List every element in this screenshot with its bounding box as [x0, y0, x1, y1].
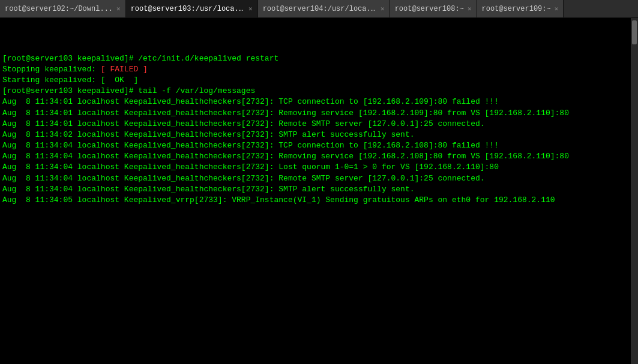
tab-bar: root@server102:~/Downl...✕root@server103… — [0, 0, 638, 18]
tab-close-tab3[interactable]: ✕ — [381, 5, 385, 13]
terminal-line: Starting keepalived: [ OK ] — [2, 75, 628, 86]
scrollbar-thumb[interactable] — [632, 20, 637, 44]
tab-tab2[interactable]: root@server103:/usr/loca...✕ — [126, 0, 258, 17]
terminal-line: Aug 8 11:34:01 localhost Keepalived_heal… — [2, 97, 628, 107]
tab-tab1[interactable]: root@server102:~/Downl...✕ — [0, 0, 126, 17]
terminal-line: [root@server103 keepalived]# tail -f /va… — [2, 86, 628, 97]
terminal-line: Aug 8 11:34:04 localhost Keepalived_heal… — [2, 151, 628, 162]
terminal-line: Aug 8 11:34:04 localhost Keepalived_heal… — [2, 173, 628, 184]
terminal-line: Aug 8 11:34:01 localhost Keepalived_heal… — [2, 119, 628, 130]
terminal-line: Aug 8 11:34:01 localhost Keepalived_heal… — [2, 108, 628, 119]
terminal-line: Aug 8 11:34:04 localhost Keepalived_heal… — [2, 184, 628, 195]
tab-close-tab5[interactable]: ✕ — [555, 5, 559, 13]
terminal-line: Stopping keepalived: [ FAILED ] — [2, 64, 628, 75]
tab-label-tab5: root@server109:~ — [482, 5, 551, 13]
tab-label-tab1: root@server102:~/Downl... — [5, 5, 113, 13]
tab-label-tab4: root@server108:~ — [395, 5, 464, 13]
tab-label-tab2: root@server103:/usr/loca... — [131, 5, 245, 13]
tab-close-tab4[interactable]: ✕ — [468, 5, 472, 13]
scrollbar-track[interactable] — [631, 18, 638, 364]
terminal-line: Aug 8 11:34:05 localhost Keepalived_vrrp… — [2, 195, 628, 206]
terminal-line: Aug 8 11:34:04 localhost Keepalived_heal… — [2, 162, 628, 173]
terminal-content[interactable]: [root@server103 keepalived]# /etc/init.d… — [0, 18, 631, 364]
terminal-wrapper: [root@server103 keepalived]# /etc/init.d… — [0, 18, 638, 364]
tab-tab5[interactable]: root@server109:~✕ — [477, 0, 564, 17]
tab-tab3[interactable]: root@server104:/usr/loca...✕ — [258, 0, 390, 17]
terminal-line: Aug 8 11:34:04 localhost Keepalived_heal… — [2, 140, 628, 151]
tab-label-tab3: root@server104:/usr/loca... — [263, 5, 377, 13]
tab-close-tab1[interactable]: ✕ — [116, 5, 121, 13]
terminal-line: Aug 8 11:34:02 localhost Keepalived_heal… — [2, 130, 628, 140]
terminal-line: [root@server103 keepalived]# /etc/init.d… — [2, 53, 628, 64]
tab-tab4[interactable]: root@server108:~✕ — [390, 0, 477, 17]
tab-close-tab2[interactable]: ✕ — [248, 5, 253, 13]
